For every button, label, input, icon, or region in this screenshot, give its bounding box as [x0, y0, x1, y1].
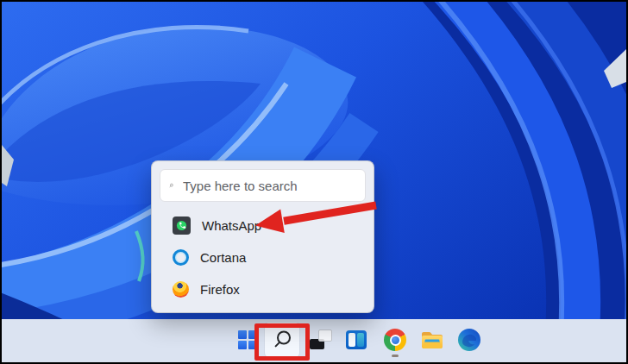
search-result-cortana[interactable]: Cortana — [152, 242, 374, 273]
search-icon — [272, 329, 292, 350]
cortana-icon — [173, 249, 189, 266]
search-result-firefox[interactable]: Firefox — [152, 273, 374, 305]
screenshot-frame: WhatsApp Cortana Firefox — [0, 0, 628, 364]
chrome-icon — [384, 329, 406, 351]
running-indicator — [392, 355, 399, 357]
search-results: WhatsApp Cortana Firefox — [152, 210, 374, 305]
whatsapp-icon — [173, 217, 191, 235]
taskbar — [2, 319, 626, 362]
search-icon — [169, 178, 173, 193]
taskbar-button-widgets[interactable] — [339, 323, 374, 357]
result-label: WhatsApp — [202, 218, 261, 233]
edge-icon — [458, 329, 480, 351]
result-label: Firefox — [200, 282, 240, 297]
windows-logo-icon — [238, 330, 257, 349]
widgets-icon — [346, 330, 367, 349]
task-view-icon — [310, 329, 332, 350]
search-input[interactable] — [181, 178, 356, 194]
taskbar-button-start[interactable] — [230, 323, 265, 357]
taskbar-button-edge[interactable] — [452, 323, 487, 357]
taskbar-button-file-explorer[interactable] — [415, 323, 449, 357]
firefox-icon — [173, 281, 189, 298]
search-box[interactable] — [160, 169, 366, 202]
taskbar-button-search[interactable] — [265, 323, 299, 357]
search-result-whatsapp[interactable]: WhatsApp — [152, 210, 374, 242]
search-flyout: WhatsApp Cortana Firefox — [151, 160, 374, 313]
taskbar-button-chrome[interactable] — [378, 323, 412, 357]
folder-icon — [421, 330, 443, 349]
result-label: Cortana — [200, 250, 246, 265]
taskbar-button-task-view[interactable] — [304, 323, 338, 357]
